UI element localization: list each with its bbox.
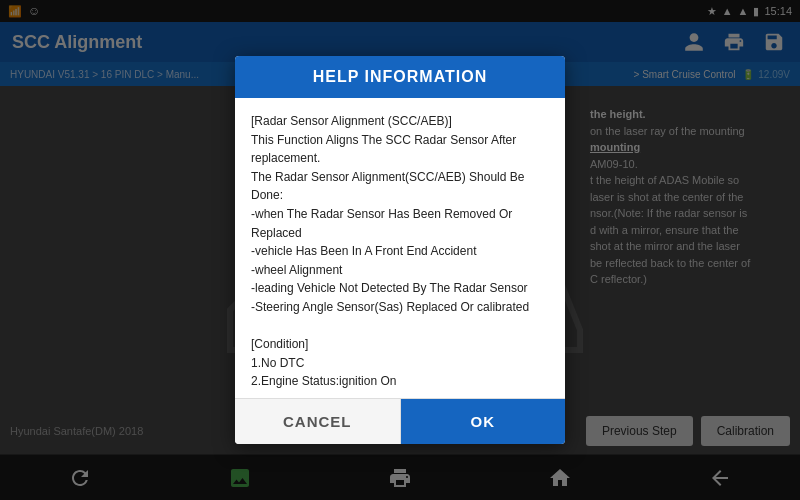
dialog-body: [Radar Sensor Alignment (SCC/AEB)] This … xyxy=(235,98,565,398)
dialog-text-line7: -leading Vehicle Not Detected By The Rad… xyxy=(251,279,549,298)
dialog-text-line2: This Function Aligns The SCC Radar Senso… xyxy=(251,131,549,168)
ok-button[interactable]: OK xyxy=(401,399,566,444)
dialog-text-line3: The Radar Sensor Alignment(SCC/AEB) Shou… xyxy=(251,168,549,205)
dialog-text-line4: -when The Radar Sensor Has Been Removed … xyxy=(251,205,549,242)
dialog-text-line8: -Steering Angle Sensor(Sas) Replaced Or … xyxy=(251,298,549,317)
dialog-title: HELP INFORMATION xyxy=(313,68,488,85)
dialog-text-line6: -wheel Alignment xyxy=(251,261,549,280)
dialog-text-cond1: 1.No DTC xyxy=(251,354,549,373)
cancel-button[interactable]: CANCEL xyxy=(235,399,401,444)
dialog-text-line1: [Radar Sensor Alignment (SCC/AEB)] xyxy=(251,112,549,131)
dialog-text-cond2: 2.Engine Status:ignition On xyxy=(251,372,549,391)
dialog-header: HELP INFORMATION xyxy=(235,56,565,98)
dialog-text-line5: -vehicle Has Been In A Front End Acciden… xyxy=(251,242,549,261)
dialog-text-condition: [Condition] xyxy=(251,335,549,354)
dialog-footer: CANCEL OK xyxy=(235,398,565,444)
help-dialog: HELP INFORMATION [Radar Sensor Alignment… xyxy=(235,56,565,444)
dialog-overlay: HELP INFORMATION [Radar Sensor Alignment… xyxy=(0,0,800,500)
